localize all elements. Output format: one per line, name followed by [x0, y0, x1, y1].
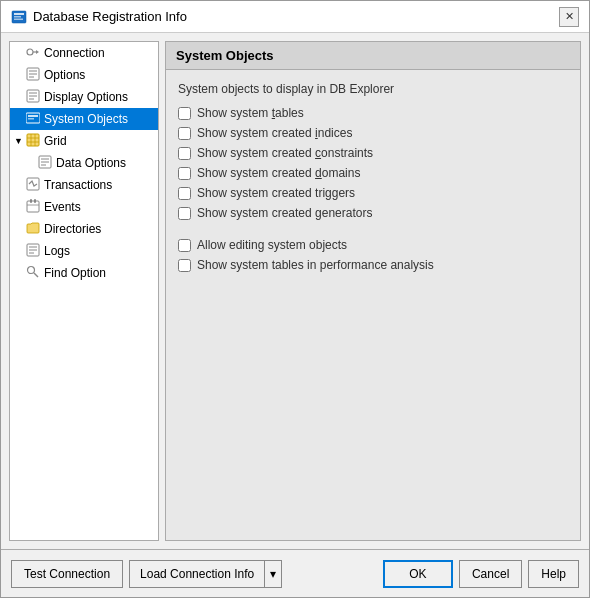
- show-system-constraints-checkbox[interactable]: [178, 147, 191, 160]
- cancel-button[interactable]: Cancel: [459, 560, 522, 588]
- tree-item-options-label: Options: [44, 68, 85, 82]
- events-icon: [26, 199, 40, 215]
- tree-item-data-options-label: Data Options: [56, 156, 126, 170]
- dialog-icon: [11, 9, 27, 25]
- tree-item-display-options-label: Display Options: [44, 90, 128, 104]
- tree-item-data-options[interactable]: Data Options: [10, 152, 158, 174]
- show-system-constraints-label[interactable]: Show system created constraints: [197, 146, 373, 160]
- dialog-title: Database Registration Info: [33, 9, 187, 24]
- svg-point-4: [27, 49, 33, 55]
- allow-editing-checkbox[interactable]: [178, 239, 191, 252]
- main-area: Connection Options Display Options: [1, 33, 589, 549]
- checkbox-show-perf-analysis: Show system tables in performance analys…: [178, 258, 568, 272]
- close-button[interactable]: ✕: [559, 7, 579, 27]
- content-body: System objects to display in DB Explorer…: [166, 70, 580, 540]
- show-system-domains-label[interactable]: Show system created domains: [197, 166, 360, 180]
- tree-item-options[interactable]: Options: [10, 64, 158, 86]
- tree-item-connection[interactable]: Connection: [10, 42, 158, 64]
- grid-icon: [26, 133, 40, 149]
- tree-panel: Connection Options Display Options: [9, 41, 159, 541]
- svg-rect-2: [14, 16, 21, 18]
- footer: Test Connection Load Connection Info ▾ O…: [1, 549, 589, 597]
- load-connection-group: Load Connection Info ▾: [129, 560, 282, 588]
- display-options-icon: [26, 89, 40, 105]
- connection-icon: [26, 45, 40, 61]
- svg-rect-17: [28, 118, 34, 120]
- tree-item-transactions-label: Transactions: [44, 178, 112, 192]
- checkbox-show-system-triggers: Show system created triggers: [178, 186, 568, 200]
- transactions-icon: [26, 177, 40, 193]
- checkbox-show-system-tables: Show system tables: [178, 106, 568, 120]
- title-bar-left: Database Registration Info: [11, 9, 187, 25]
- svg-rect-30: [34, 199, 36, 203]
- logs-icon: [26, 243, 40, 259]
- svg-rect-1: [14, 13, 24, 15]
- svg-rect-3: [14, 18, 23, 20]
- tree-item-events-label: Events: [44, 200, 81, 214]
- tree-item-events[interactable]: Events: [10, 196, 158, 218]
- ok-button[interactable]: OK: [383, 560, 453, 588]
- svg-rect-29: [30, 199, 32, 203]
- test-connection-button[interactable]: Test Connection: [11, 560, 123, 588]
- checkbox-show-system-generators: Show system created generators: [178, 206, 568, 220]
- svg-point-36: [28, 267, 35, 274]
- svg-rect-28: [27, 201, 39, 212]
- show-perf-analysis-checkbox[interactable]: [178, 259, 191, 272]
- tree-item-directories-label: Directories: [44, 222, 101, 236]
- show-system-indices-label[interactable]: Show system created indices: [197, 126, 352, 140]
- show-system-generators-checkbox[interactable]: [178, 207, 191, 220]
- system-objects-icon: [26, 111, 40, 127]
- show-system-tables-label[interactable]: Show system tables: [197, 106, 304, 120]
- tree-item-find-option-label: Find Option: [44, 266, 106, 280]
- checkbox-show-system-constraints: Show system created constraints: [178, 146, 568, 160]
- load-connection-dropdown-button[interactable]: ▾: [265, 560, 282, 588]
- load-connection-info-button[interactable]: Load Connection Info: [129, 560, 265, 588]
- tree-item-system-objects[interactable]: System Objects: [10, 108, 158, 130]
- checkbox-show-system-indices: Show system created indices: [178, 126, 568, 140]
- tree-item-grid[interactable]: ▼ Grid: [10, 130, 158, 152]
- svg-line-37: [34, 273, 38, 277]
- content-header: System Objects: [166, 42, 580, 70]
- show-system-triggers-checkbox[interactable]: [178, 187, 191, 200]
- dialog-window: Database Registration Info ✕ Connection …: [0, 0, 590, 598]
- checkbox-show-system-domains: Show system created domains: [178, 166, 568, 180]
- checkbox-allow-editing: Allow editing system objects: [178, 238, 568, 252]
- title-bar: Database Registration Info ✕: [1, 1, 589, 33]
- show-system-tables-checkbox[interactable]: [178, 107, 191, 120]
- tree-item-display-options[interactable]: Display Options: [10, 86, 158, 108]
- directories-icon: [26, 221, 40, 237]
- show-system-domains-checkbox[interactable]: [178, 167, 191, 180]
- data-options-icon: [38, 155, 52, 171]
- find-option-icon: [26, 265, 40, 281]
- tree-item-logs[interactable]: Logs: [10, 240, 158, 262]
- show-system-indices-checkbox[interactable]: [178, 127, 191, 140]
- show-perf-analysis-label[interactable]: Show system tables in performance analys…: [197, 258, 434, 272]
- svg-rect-18: [27, 134, 39, 146]
- content-panel: System Objects System objects to display…: [165, 41, 581, 541]
- svg-rect-16: [28, 115, 38, 117]
- tree-item-connection-label: Connection: [44, 46, 105, 60]
- section-description: System objects to display in DB Explorer: [178, 82, 568, 96]
- tree-item-system-objects-label: System Objects: [44, 112, 128, 126]
- svg-marker-6: [36, 50, 39, 54]
- options-icon: [26, 67, 40, 83]
- tree-item-logs-label: Logs: [44, 244, 70, 258]
- show-system-triggers-label[interactable]: Show system created triggers: [197, 186, 355, 200]
- tree-item-directories[interactable]: Directories: [10, 218, 158, 240]
- tree-item-transactions[interactable]: Transactions: [10, 174, 158, 196]
- help-button[interactable]: Help: [528, 560, 579, 588]
- expand-icon-grid: ▼: [14, 136, 24, 146]
- show-system-generators-label[interactable]: Show system created generators: [197, 206, 372, 220]
- allow-editing-label[interactable]: Allow editing system objects: [197, 238, 347, 252]
- tree-item-find-option[interactable]: Find Option: [10, 262, 158, 284]
- tree-item-grid-label: Grid: [44, 134, 67, 148]
